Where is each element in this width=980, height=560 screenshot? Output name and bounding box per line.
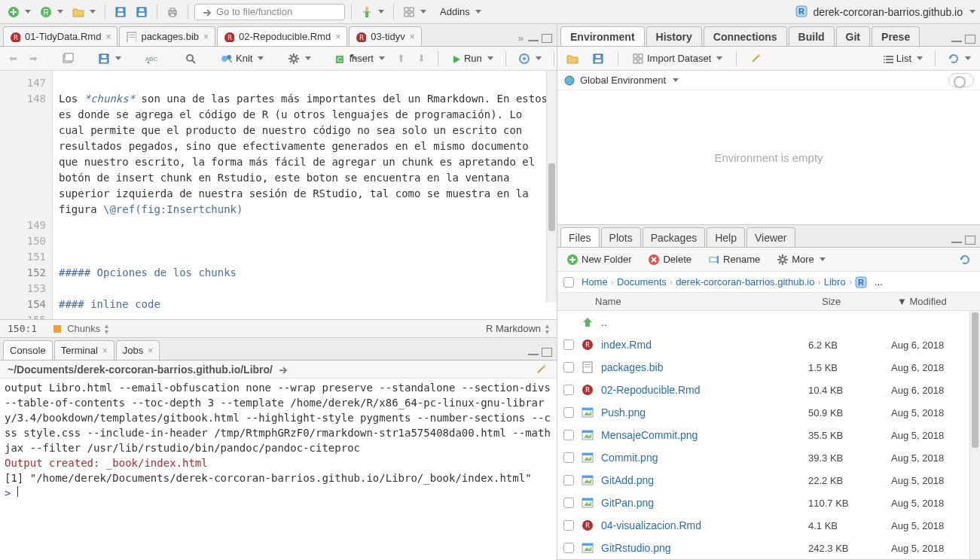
files-scrollbar[interactable] [969,311,980,559]
minimize-source-icon[interactable] [528,34,552,43]
source-tab[interactable]: packages.bib× [119,26,215,46]
goto-file-input[interactable]: Go to file/function [194,4,345,20]
breadcrumb-item[interactable]: Documents [617,276,667,288]
knit-button[interactable]: Knit [218,51,267,66]
file-name[interactable]: 04-visualizacion.Rmd [601,519,801,531]
file-checkbox[interactable] [563,407,574,418]
list-view-button[interactable]: List [880,51,926,65]
file-checkbox[interactable] [563,430,574,440]
file-checkbox[interactable] [563,362,574,373]
console-tab[interactable]: Jobs× [116,340,160,360]
files-tab[interactable]: Plots [601,227,641,247]
go-prev-chunk-button[interactable]: ⬆ [394,51,408,65]
load-workspace-button[interactable] [563,51,582,66]
col-name[interactable]: Name [595,296,822,307]
publish-button[interactable] [515,51,545,66]
print-button[interactable] [163,5,182,20]
minimize-env-icon[interactable] [951,35,975,44]
file-row[interactable]: .. [557,311,980,333]
save-workspace-button[interactable] [589,51,607,66]
file-name[interactable]: packages.bib [601,361,801,373]
files-tab[interactable]: Viewer [746,227,795,247]
project-menu[interactable]: derek-corcoran-barrios.github.io [795,5,975,19]
file-row[interactable]: Commit.png39.3 KBAug 5, 2018 [557,446,980,469]
file-row[interactable]: GitRstudio.png242.3 KBAug 5, 2018 [557,537,980,559]
source-tab[interactable]: 01-TidyData.Rmd× [3,26,118,46]
save-all-button[interactable] [133,5,151,20]
breadcrumb-item[interactable]: Home [582,276,608,288]
more-button[interactable]: More [774,252,829,267]
file-checkbox[interactable] [563,520,574,531]
file-checkbox[interactable] [563,475,574,485]
env-tab[interactable]: Connections [704,26,787,46]
file-row[interactable]: index.Rmd6.2 KBAug 6, 2018 [557,333,980,356]
select-all-checkbox[interactable] [563,277,574,288]
env-tab[interactable]: Git [836,26,870,46]
close-tab-icon[interactable]: × [148,345,153,356]
console-tab[interactable]: Console [3,340,53,360]
import-dataset-button[interactable]: Import Dataset [629,51,725,66]
source-tab[interactable]: 02-Repoducible.Rmd× [217,26,347,46]
file-name[interactable]: GitRstudio.png [601,542,801,554]
code-line[interactable] [59,249,551,265]
close-tab-icon[interactable]: × [102,345,108,356]
knit-options-button[interactable] [285,51,314,66]
file-row[interactable]: Push.png50.9 KBAug 5, 2018 [557,401,980,424]
language-selector[interactable]: R Markdown ▴▾ [486,323,549,335]
file-name[interactable]: MensajeCommit.png [601,429,801,441]
code-line[interactable]: Los *chunks* son una de las partes más i… [59,91,551,218]
save-doc-button[interactable] [95,51,124,66]
editor-scrollbar[interactable] [546,71,557,303]
breadcrumb-more[interactable]: ... [875,276,883,288]
env-tab[interactable]: Environment [560,26,645,46]
files-tab[interactable]: Files [560,227,600,247]
breadcrumb-item[interactable]: Libro [824,276,846,288]
console-popout-icon[interactable] [277,364,288,375]
col-modified[interactable]: ▼ Modified [897,296,980,307]
code-line[interactable] [59,233,551,249]
env-tab[interactable]: Build [789,26,835,46]
code-line[interactable] [59,281,551,297]
env-tab[interactable]: History [646,26,702,46]
file-row[interactable]: 02-Repoducible.Rmd10.4 KBAug 6, 2018 [557,379,980,401]
close-tab-icon[interactable]: × [335,32,340,42]
show-in-new-window-button[interactable] [59,51,77,66]
file-name[interactable]: Commit.png [601,452,801,464]
files-tab[interactable]: Help [707,227,745,247]
save-button[interactable] [111,5,130,20]
source-tab[interactable]: 03-tidyv× [349,26,422,46]
refresh-env-button[interactable] [945,51,974,66]
file-checkbox[interactable] [563,498,574,508]
file-row[interactable]: GitPan.png110.7 KBAug 5, 2018 [557,492,980,514]
console-output[interactable]: output Libro.html --email-obfuscation no… [0,379,557,560]
delete-button[interactable]: Delete [645,252,695,267]
open-file-button[interactable] [69,5,99,20]
rename-button[interactable]: Rename [705,252,763,267]
minimize-files-icon[interactable] [951,236,975,245]
col-size[interactable]: Size [822,296,897,307]
file-checkbox[interactable] [563,452,574,463]
files-tab[interactable]: Packages [643,227,705,247]
addins-menu[interactable]: Addins [437,5,484,19]
file-name[interactable]: Push.png [601,406,801,418]
breadcrumb-item[interactable]: derek-corcoran-barrios.github.io [676,276,814,288]
insert-chunk-button[interactable]: CInsert↖ [332,51,388,65]
forward-button[interactable]: ➡ [26,51,41,65]
code-line[interactable]: ##### Opciones de los chunks [59,265,551,281]
source-editor[interactable]: 147148 149150151152153154155 Los *chunks… [0,71,557,319]
file-name[interactable]: index.Rmd [601,339,801,351]
file-row[interactable]: packages.bib1.5 KBAug 6, 2018 [557,356,980,379]
console-tab[interactable]: Terminal× [54,340,114,360]
file-checkbox[interactable] [563,385,574,395]
close-tab-icon[interactable]: × [410,32,415,42]
file-row[interactable]: MensajeCommit.png35.5 KBAug 5, 2018 [557,424,980,446]
spellcheck-button[interactable] [142,51,163,66]
code-line[interactable] [59,75,551,91]
new-folder-button[interactable]: New Folder [563,252,634,267]
file-checkbox[interactable] [563,339,574,350]
code-line[interactable] [59,218,551,233]
refresh-files-button[interactable] [956,252,974,267]
file-name[interactable]: GitPan.png [601,497,801,509]
code-line[interactable]: #### inline code [59,297,551,312]
tools-button[interactable] [358,5,387,20]
